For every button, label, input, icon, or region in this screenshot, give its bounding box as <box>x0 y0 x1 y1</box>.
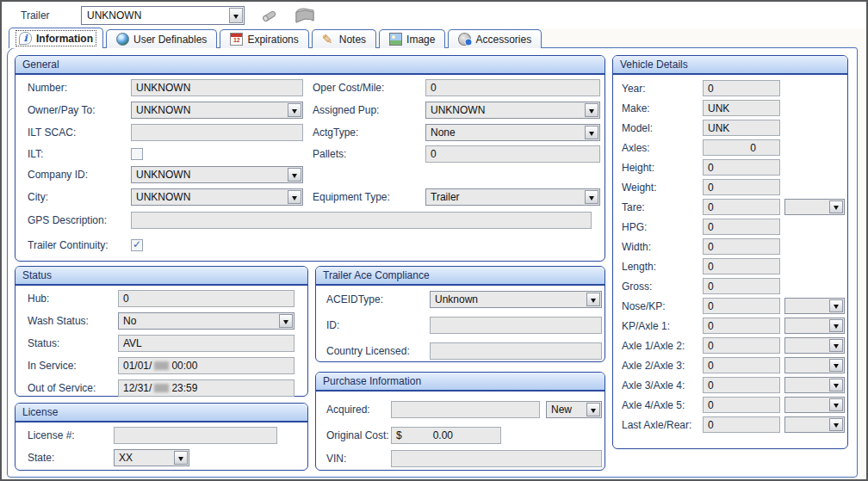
axle-4-axle-5-label: Axle 4/Axle 5: <box>622 399 685 411</box>
trailer-selector-combo[interactable]: UNKNOWN <box>81 6 245 25</box>
width-field[interactable]: 0 <box>703 238 780 255</box>
out-of-service-field[interactable]: 12/31/23:59 <box>118 379 294 397</box>
dropdown-button[interactable] <box>279 314 293 328</box>
dropdown-button[interactable] <box>829 339 843 352</box>
book-icon[interactable] <box>293 7 319 24</box>
number-field[interactable]: UNKNOWN <box>131 79 303 96</box>
trailer-continuity-label: Trailer Continuity: <box>28 239 108 251</box>
height-field[interactable]: 0 <box>703 159 780 176</box>
axles-field[interactable]: 0 <box>703 139 780 156</box>
tab-user-definables[interactable]: User Definables <box>106 29 217 48</box>
ilt-scac-label: ILT SCAC: <box>28 126 76 139</box>
year-field[interactable]: 0 <box>703 80 780 96</box>
vehicle-details-groupbox: Vehicle Details Year:0Make:UNKModel:UNKA… <box>612 55 848 449</box>
dropdown-button[interactable] <box>829 418 843 431</box>
gross-field[interactable]: 0 <box>703 278 780 294</box>
dropdown-button[interactable] <box>829 379 843 392</box>
make-field[interactable]: UNK <box>703 100 780 116</box>
field-value: 0 <box>708 360 775 372</box>
original-cost-field[interactable]: $0.00 <box>391 427 501 444</box>
dropdown-button[interactable] <box>288 103 301 117</box>
oper-cost-mile-field[interactable]: 0 <box>425 79 600 96</box>
field-value: 0 <box>431 148 595 160</box>
dropdown-button[interactable] <box>829 319 843 332</box>
dropdown-button[interactable] <box>585 103 598 117</box>
equipment-type-combo[interactable]: Trailer <box>425 188 600 206</box>
tab-inner: Notes <box>319 32 369 46</box>
dropdown-button[interactable] <box>829 299 843 312</box>
status-field[interactable]: AVL <box>118 335 294 352</box>
hub-field[interactable]: 0 <box>118 290 294 307</box>
aceidtype-label: ACEIDType: <box>326 293 383 305</box>
weight-field[interactable]: 0 <box>703 179 780 195</box>
last-axle-rear-field[interactable]: 0 <box>703 416 780 433</box>
down-arrow-icon <box>834 344 839 351</box>
nose-kp-unit-combo[interactable] <box>784 298 845 314</box>
dropdown-button[interactable] <box>586 403 600 416</box>
axle-1-axle-2-unit-combo[interactable] <box>784 337 845 354</box>
ilt-checkbox[interactable] <box>131 148 143 160</box>
kp-axle-1-unit-combo[interactable] <box>784 318 845 334</box>
tab-image[interactable]: Image <box>379 29 445 48</box>
dropdown-button[interactable] <box>829 398 843 411</box>
dropdown-button[interactable] <box>229 8 243 23</box>
actgtype-combo[interactable]: None <box>425 124 600 141</box>
license-field[interactable] <box>114 427 277 444</box>
model-field[interactable]: UNK <box>703 120 780 136</box>
length-field[interactable]: 0 <box>703 258 780 274</box>
dropdown-button[interactable] <box>585 126 598 139</box>
tab-label: User Definables <box>133 34 207 46</box>
dropdown-button[interactable] <box>829 200 843 213</box>
axle-1-axle-2-field[interactable]: 0 <box>703 337 780 354</box>
dropdown-button[interactable] <box>829 359 843 372</box>
aceidtype-combo[interactable]: Unknown <box>430 291 602 308</box>
vin-field[interactable] <box>391 450 602 467</box>
city-combo[interactable]: UNKNOWN <box>131 188 303 206</box>
purchase-information-groupbox: Purchase Information Acquired:NewOrigina… <box>315 372 605 471</box>
axle-4-axle-5-unit-combo[interactable] <box>784 397 845 413</box>
gps-description-label: GPS Description: <box>28 214 107 226</box>
axle-4-axle-5-field[interactable]: 0 <box>703 397 780 413</box>
wash-status-combo[interactable]: No <box>118 312 294 330</box>
acquired-field[interactable] <box>391 401 540 418</box>
tab-expirations[interactable]: Expirations <box>220 29 308 48</box>
axle-2-axle-3-field[interactable]: 0 <box>703 357 780 373</box>
nose-kp-field[interactable]: 0 <box>703 298 780 314</box>
state-combo[interactable]: XX <box>114 449 189 466</box>
tare-unit-combo[interactable] <box>784 199 845 215</box>
company-id-combo[interactable]: UNKNOWN <box>131 166 303 183</box>
tab-label: Information <box>36 33 93 45</box>
hpg-field[interactable]: 0 <box>703 219 780 235</box>
dropdown-button[interactable] <box>288 190 301 204</box>
kp-axle-1-field[interactable]: 0 <box>703 318 780 334</box>
tab-accessories[interactable]: Accessories <box>448 29 542 48</box>
length-label: Length: <box>622 261 656 273</box>
dropdown-button[interactable] <box>586 293 600 306</box>
ilt-label: ILT: <box>28 148 43 160</box>
currency-symbol: $ <box>396 429 402 441</box>
tare-field[interactable]: 0 <box>703 199 780 215</box>
field-value: 0 <box>708 281 775 293</box>
dropdown-button[interactable] <box>174 451 188 465</box>
dropdown-button[interactable] <box>288 168 301 182</box>
edit-pencil-icon[interactable] <box>258 7 284 24</box>
last-axle-rear-unit-combo[interactable] <box>784 416 845 433</box>
tab-information[interactable]: Information <box>9 28 103 48</box>
acquired-condition-combo[interactable]: New <box>546 401 602 418</box>
gps-description-field[interactable] <box>131 212 592 229</box>
axle-3-axle-4-unit-combo[interactable] <box>784 377 845 393</box>
down-arrow-icon <box>178 457 183 464</box>
owner-pay-to-combo[interactable]: UNKNOWN <box>131 102 303 119</box>
country-licensed-field[interactable] <box>430 342 602 360</box>
axle-3-axle-4-field[interactable]: 0 <box>703 377 780 393</box>
trailer-continuity-checkbox[interactable]: ✓ <box>131 239 143 251</box>
make-label: Make: <box>622 102 650 114</box>
id-field[interactable] <box>430 317 602 334</box>
dropdown-button[interactable] <box>585 190 598 204</box>
in-service-field[interactable]: 01/01/00:00 <box>118 357 294 374</box>
assigned-pup-combo[interactable]: UNKNOWN <box>425 102 600 119</box>
pallets-field[interactable]: 0 <box>425 145 600 163</box>
tab-notes[interactable]: Notes <box>312 29 376 48</box>
axle-2-axle-3-unit-combo[interactable] <box>784 357 845 373</box>
ilt-scac-field[interactable] <box>131 124 303 141</box>
